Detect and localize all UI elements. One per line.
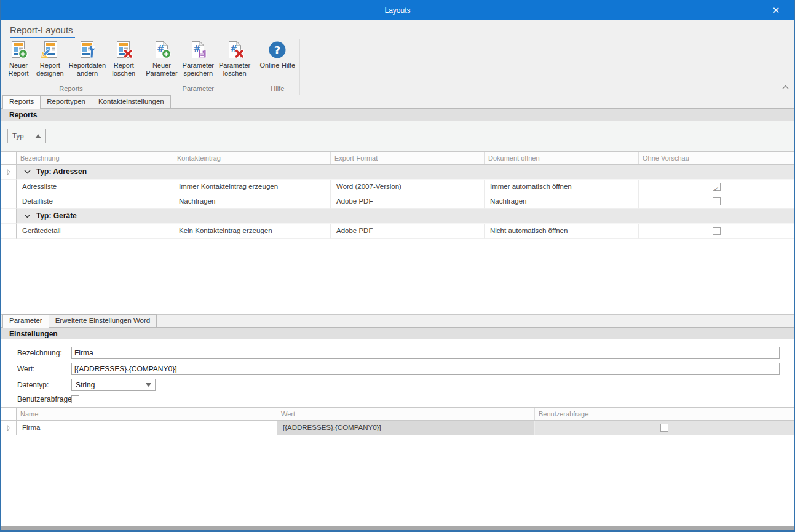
ribbon-header: Report-Layouts xyxy=(10,25,75,38)
delete-report-button[interactable]: Report löschen xyxy=(108,39,139,77)
cell-bezeichnung[interactable]: Adressliste xyxy=(17,180,173,194)
button-label: löschen xyxy=(112,69,135,77)
button-label: Parameter xyxy=(183,62,214,69)
tab-erweiterte-einstellungen-word[interactable]: Erweiterte Einstellungen Word xyxy=(49,314,157,327)
bezeichnung-input[interactable] xyxy=(71,347,780,359)
button-label: ändern xyxy=(77,69,98,77)
online-help-icon: ? xyxy=(267,40,287,60)
delete-parameter-button[interactable]: # Parameter löschen xyxy=(216,39,253,77)
cell-export-format[interactable]: Word (2007-Version) xyxy=(331,180,485,194)
ohne-vorschau-checkbox[interactable] xyxy=(713,227,721,235)
tab-reporttypen[interactable]: Reporttypen xyxy=(40,95,92,108)
einstellungen-fields: Bezeichnung: Wert: Datentyp: String Benu… xyxy=(1,339,794,408)
cell-export-format[interactable]: Adobe PDF xyxy=(331,194,485,209)
column-header-benutzerabfrage[interactable]: Benutzerabfrage xyxy=(535,408,794,420)
group-row-typ-geraete[interactable]: Typ: Geräte xyxy=(1,209,794,224)
tab-reports[interactable]: Reports xyxy=(2,95,41,109)
ribbon-group-label: Parameter xyxy=(143,84,253,95)
window-title: Layouts xyxy=(384,6,410,15)
svg-text:?: ? xyxy=(274,44,280,57)
new-report-button[interactable]: Neuer Report xyxy=(3,39,34,77)
cell-kontakteintrag[interactable]: Immer Kontakteintrag erzeugen xyxy=(173,180,331,194)
button-label: löschen xyxy=(223,69,247,77)
parameter-tabstrip: Parameter Erweiterte Einstellungen Word xyxy=(1,314,794,328)
chevron-down-icon xyxy=(146,383,151,387)
titlebar: Layouts ✕ xyxy=(1,0,794,20)
benutzerabfrage-checkbox[interactable] xyxy=(71,395,79,403)
design-report-icon xyxy=(40,40,60,60)
online-help-button[interactable]: ? Online-Hilfe xyxy=(257,39,298,69)
row-indicator-cell xyxy=(1,194,17,209)
parameter-grid-header: Name Wert Benutzerabfrage xyxy=(1,408,794,421)
save-parameter-button[interactable]: # Parameter speichern xyxy=(180,39,216,77)
row-indicator-icon xyxy=(7,169,11,175)
ribbon-group-hilfe: ? Online-Hilfe Hilfe xyxy=(255,39,300,95)
parameter-row-firma[interactable]: Firma [{ADDRESSES}.{COMPANY0}] xyxy=(1,421,794,435)
wert-input[interactable] xyxy=(71,363,780,375)
report-row-adressliste[interactable]: Adressliste Immer Kontakteintrag erzeuge… xyxy=(1,180,794,194)
column-header-export-format[interactable]: Export-Format xyxy=(331,152,485,164)
bottom-strip xyxy=(1,526,794,530)
close-icon[interactable]: ✕ xyxy=(767,0,785,20)
collapse-group-icon[interactable] xyxy=(24,170,31,174)
collapse-group-icon[interactable] xyxy=(24,214,31,218)
benutzerabfrage-row-checkbox[interactable] xyxy=(660,424,668,432)
collapse-ribbon-button[interactable] xyxy=(782,81,789,92)
cell-dokument-oeffnen[interactable]: Nachfragen xyxy=(485,194,639,209)
column-header-dokument-oeffnen[interactable]: Dokument öffnen xyxy=(485,152,639,164)
column-header-wert[interactable]: Wert xyxy=(277,408,535,420)
button-label: Online-Hilfe xyxy=(260,62,295,69)
button-label: Neuer xyxy=(152,62,171,69)
cell-kontakteintrag[interactable]: Kein Kontakteintrag erzeugen xyxy=(173,224,331,239)
button-label: Report xyxy=(40,62,60,69)
group-by-chip-typ[interactable]: Typ xyxy=(7,129,46,143)
cell-export-format[interactable]: Adobe PDF xyxy=(331,224,485,239)
ohne-vorschau-checkbox[interactable] xyxy=(713,197,721,205)
button-label: Parameter xyxy=(146,69,177,77)
report-row-geraetedetail[interactable]: Gerätedetail Kein Kontakteintrag erzeuge… xyxy=(1,224,794,239)
reports-panel-title: Reports xyxy=(1,109,794,121)
column-header-name[interactable]: Name xyxy=(17,408,277,420)
ohne-vorschau-checkbox[interactable] xyxy=(713,183,721,191)
datentyp-select[interactable]: String xyxy=(71,379,156,391)
cell-bezeichnung[interactable]: Gerätedetail xyxy=(17,224,173,239)
row-indicator-cell xyxy=(1,421,17,435)
cell-name[interactable]: Firma xyxy=(17,421,277,435)
row-indicator-cell xyxy=(1,180,17,194)
cell-kontakteintrag[interactable]: Nachfragen xyxy=(173,194,331,209)
new-report-icon xyxy=(9,40,28,60)
ribbon: Report-Layouts Ne xyxy=(1,20,794,95)
group-row-typ-adressen[interactable]: Typ: Adressen xyxy=(1,165,794,180)
column-header-bezeichnung[interactable]: Bezeichnung xyxy=(17,152,173,164)
button-label: Parameter xyxy=(219,62,250,69)
cell-dokument-oeffnen[interactable]: Immer automatisch öffnen xyxy=(485,180,639,194)
cell-dokument-oeffnen[interactable]: Nicht automatisch öffnen xyxy=(485,224,639,239)
cell-wert[interactable]: [{ADDRESSES}.{COMPANY0}] xyxy=(277,421,535,435)
report-tabstrip: Reports Reporttypen Kontakteinstellungen xyxy=(1,95,794,109)
button-label: designen xyxy=(36,69,64,77)
new-parameter-button[interactable]: # Neuer Parameter xyxy=(143,39,180,77)
wert-label: Wert: xyxy=(17,365,71,373)
ribbon-group-reports: Neuer Report Report xyxy=(1,39,141,95)
datentyp-value: String xyxy=(76,381,95,389)
ribbon-group-parameter: # Neuer Parameter # xyxy=(141,39,255,95)
design-report-button[interactable]: Report designen xyxy=(34,39,66,77)
tab-kontakteinstellungen[interactable]: Kontakteinstellungen xyxy=(92,95,171,108)
reports-grid-header: Bezeichnung Kontakteintrag Export-Format… xyxy=(1,152,794,165)
column-header-ohne-vorschau[interactable]: Ohne Vorschau xyxy=(639,152,794,164)
delete-parameter-icon: # xyxy=(225,40,245,60)
change-report-data-button[interactable]: Reportdaten ändern xyxy=(66,39,109,77)
button-label: Reportdaten xyxy=(69,62,106,69)
delete-report-icon xyxy=(114,40,133,60)
column-header-kontakteintrag[interactable]: Kontakteintrag xyxy=(173,152,331,164)
row-indicator-cell xyxy=(1,165,17,180)
new-parameter-icon: # xyxy=(152,40,172,60)
group-row-label: Typ: Adressen xyxy=(36,165,87,179)
tab-parameter[interactable]: Parameter xyxy=(2,314,49,328)
benutzerabfrage-label: Benutzerabfrage: xyxy=(17,395,71,403)
row-indicator-header xyxy=(1,408,17,420)
cell-bezeichnung[interactable]: Detailliste xyxy=(17,194,173,209)
chevron-up-icon xyxy=(782,85,789,89)
datentyp-label: Datentyp: xyxy=(17,381,71,389)
report-row-detailliste[interactable]: Detailliste Nachfragen Adobe PDF Nachfra… xyxy=(1,194,794,209)
